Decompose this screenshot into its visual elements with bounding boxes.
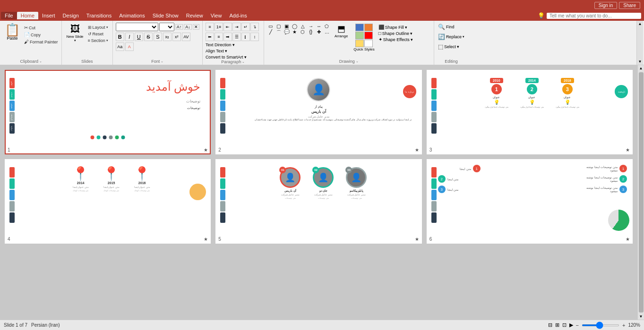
replace-button[interactable]: 🔄Replace▾	[437, 33, 465, 41]
section-button[interactable]: ≡Section▾	[86, 38, 110, 43]
align-right-button[interactable]: ➡	[223, 33, 232, 41]
format-painter-button[interactable]: 🖌Format Painter	[23, 39, 60, 45]
ribbon-scroll-up[interactable]: ▲	[638, 22, 642, 26]
slide-3-footer: 3 ★	[428, 146, 632, 153]
align-center-button[interactable]: ≡	[215, 33, 223, 41]
zoom-slider[interactable]	[582, 324, 619, 326]
col-button[interactable]: ⫿	[241, 33, 250, 41]
main-scrollbar[interactable]: ▲ ▼	[637, 65, 644, 320]
align-text-button[interactable]: Align Text ▾	[206, 49, 227, 53]
shape-fill-button[interactable]: ⬛Shape Fill ▾	[378, 25, 413, 30]
paste-button[interactable]: 📋 Paste	[3, 23, 22, 42]
menu-design[interactable]: Design	[59, 12, 83, 19]
shape-outline-button[interactable]: □Shape Outline ▾	[378, 31, 413, 36]
shape-oval[interactable]: ◯	[291, 24, 299, 29]
line-spacing-button[interactable]: ↕	[250, 33, 259, 41]
menu-review[interactable]: Review	[182, 12, 207, 19]
layout-button[interactable]: ⊞Layout▾	[86, 25, 110, 30]
scroll-up-button[interactable]: ▲	[638, 65, 644, 71]
shape-more[interactable]: …	[323, 29, 331, 36]
slide-info: Slide 1 of 7	[4, 322, 27, 328]
indent-increase-button[interactable]: ⇥	[232, 23, 241, 31]
numbering-button[interactable]: 1≡	[215, 23, 223, 31]
indent-decrease-button[interactable]: ⇤	[223, 23, 232, 31]
menu-home[interactable]: Home	[17, 12, 38, 19]
zoom-level: 120%	[628, 322, 640, 328]
shadow-button[interactable]: S	[154, 33, 162, 41]
menu-insert[interactable]: Insert	[38, 12, 59, 19]
clear-format-button[interactable]: ✕	[193, 24, 199, 30]
shape-rounded[interactable]: ▣	[283, 24, 291, 29]
bullets-button[interactable]: ≡	[206, 23, 214, 31]
underline-button[interactable]: U	[135, 33, 143, 41]
reading-view-button[interactable]: ⊡	[562, 322, 567, 328]
menu-transitions[interactable]: Transitions	[83, 12, 115, 19]
slide-5-footer: 5 ★	[216, 236, 421, 243]
shape-pentagon[interactable]: ⬠	[323, 24, 331, 29]
shape-effects-button[interactable]: ✦Shape Effects ▾	[378, 37, 413, 42]
ltr-button[interactable]: ↴	[250, 23, 259, 31]
superscript-button[interactable]: x²	[172, 33, 181, 41]
font-size-select[interactable]	[159, 23, 174, 31]
menu-animations[interactable]: Animations	[115, 12, 148, 19]
ribbon-scroll-down[interactable]: ▼	[638, 59, 642, 64]
share-button[interactable]: Share	[619, 2, 640, 9]
ribbon-group-paragraph: ≡ 1≡ ⇤ ⇥ ↵ ↴ ⬅ ≡ ➡ ☰ ⫿ ↕ Text Direction …	[203, 21, 264, 65]
font-size-decrease-button[interactable]: A↓	[184, 24, 192, 30]
find-button[interactable]: 🔍Find	[437, 23, 465, 31]
slide-3[interactable]: 2010 1 عنوان 💡 متن توضیحات اینجا قرار می…	[427, 70, 633, 154]
quick-styles-button[interactable]: Quick Styles	[352, 23, 376, 52]
font-color-button[interactable]: A	[125, 42, 134, 51]
slide-2[interactable]: 👤 پیام از آن باریس مدیر عامل شرکت در این…	[215, 70, 421, 154]
language-info: Persian (Iran)	[31, 322, 60, 328]
menu-slideshow[interactable]: Slide Show	[149, 12, 182, 19]
slide-1[interactable]: تماس خدمات معرفی تاریخچه درباره خوش آمدی…	[5, 70, 211, 154]
scroll-down-button[interactable]: ▼	[638, 313, 644, 320]
tell-me-input[interactable]	[547, 13, 641, 19]
menu-file[interactable]: File	[1, 12, 17, 19]
slide-4[interactable]: 📍 2014 متن عنوان اینجا متن توضیحات کوچک …	[5, 159, 211, 244]
menu-view[interactable]: View	[207, 12, 226, 19]
cut-button[interactable]: ✂Cut	[23, 25, 60, 31]
slideshow-button[interactable]: ▶	[569, 322, 573, 328]
select-button[interactable]: ⬚Select ▾	[437, 42, 465, 51]
shape-cross[interactable]: ✚	[315, 29, 323, 36]
zoom-plus[interactable]: +	[622, 322, 625, 328]
ribbon-group-editing: 🔍Find 🔄Replace▾ ⬚Select ▾ Editing	[434, 21, 468, 65]
text-direction-button[interactable]: Text Direction ▾	[206, 42, 235, 47]
shape-brace[interactable]: {}	[307, 29, 315, 36]
new-slide-button[interactable]: 🖼 New Slide ▾	[65, 23, 86, 43]
arrange-button[interactable]: ⬒ Arrange	[333, 23, 350, 39]
copy-button[interactable]: 📄Copy	[23, 32, 60, 38]
text-case-button[interactable]: Aa	[116, 42, 124, 51]
strikethrough-button[interactable]: S	[144, 33, 153, 41]
slide-sorter-button[interactable]: ⊞	[555, 322, 559, 328]
shape-callout[interactable]: 💬	[283, 29, 291, 36]
bold-button[interactable]: B	[116, 33, 124, 41]
rtl-button[interactable]: ↵	[241, 23, 250, 31]
slide-6[interactable]: 1 متن توضیحات اینجا نوشته میشود 2 متن تو…	[427, 159, 633, 244]
char-spacing-button[interactable]: AV	[182, 33, 190, 41]
reset-button[interactable]: ↺Reset	[86, 31, 110, 37]
sign-in-button[interactable]: Sign in	[594, 2, 618, 9]
shape-tri[interactable]: △	[299, 24, 307, 29]
shape-curved[interactable]: ⌒	[275, 29, 283, 36]
justify-button[interactable]: ☰	[232, 33, 241, 41]
shape-rect2[interactable]: ▢	[275, 24, 283, 29]
italic-button[interactable]: I	[125, 33, 134, 41]
align-left-button[interactable]: ⬅	[206, 33, 214, 41]
font-size-increase-button[interactable]: A↑	[175, 24, 183, 30]
shape-dbl-arrow[interactable]: ↔	[315, 24, 323, 29]
zoom-minus[interactable]: −	[576, 322, 579, 328]
subscript-button[interactable]: x₂	[163, 33, 172, 41]
shape-hex[interactable]: ⬡	[299, 29, 307, 36]
shape-line[interactable]: ╱	[267, 29, 275, 36]
menu-addins[interactable]: Add-ins	[225, 12, 250, 19]
shape-arrow[interactable]: →	[307, 24, 315, 29]
smartart-button[interactable]: Convert to SmartArt ▾	[206, 55, 247, 59]
font-family-select[interactable]	[116, 23, 158, 31]
normal-view-button[interactable]: ⊟	[548, 322, 552, 328]
slide-5[interactable]: 👤 01 آن باریس مدیر عامل شرکت متن توضیحات…	[215, 159, 421, 244]
shape-rect[interactable]: ▭	[267, 24, 275, 29]
shape-star[interactable]: ★	[291, 29, 299, 36]
